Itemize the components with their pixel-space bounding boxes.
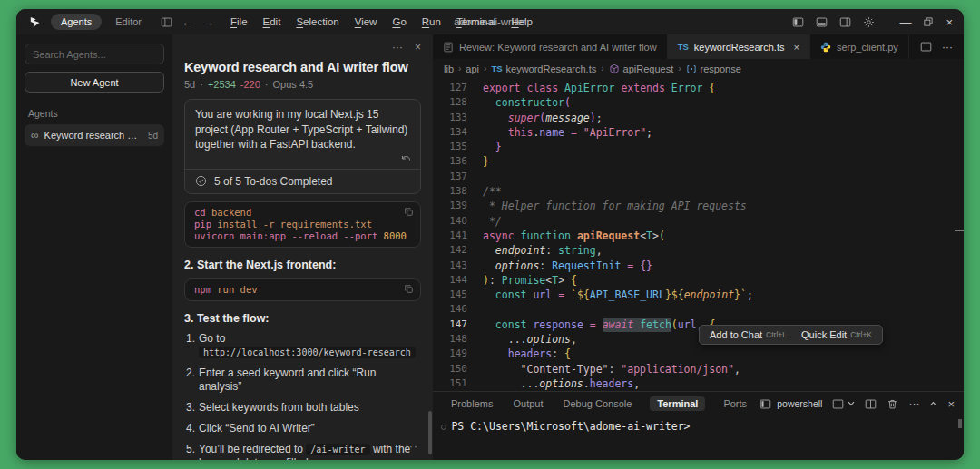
code-token: { (564, 347, 571, 361)
panel-tab-terminal[interactable]: Terminal (650, 396, 705, 411)
breadcrumb-item[interactable]: response (686, 64, 741, 74)
menu-terminal[interactable]: Terminal (456, 16, 495, 27)
panel-tab-problems[interactable]: Problems (449, 396, 495, 411)
menu-go[interactable]: Go (392, 16, 406, 27)
line-number: 134 (433, 125, 483, 140)
code-token: } (495, 140, 502, 154)
code-token: API_BASE_URL (590, 288, 665, 302)
copy-icon[interactable] (404, 207, 414, 217)
breadcrumb-label: keywordResearch.ts (506, 64, 597, 74)
panel-tab-ports[interactable]: Ports (721, 396, 749, 411)
inline-code: http://localhost:3000/keyword-research (199, 347, 416, 358)
line-number: 149 (433, 347, 483, 361)
agent-additions: +2534 (208, 79, 236, 90)
code-token: Error (671, 81, 703, 95)
list-item-text: Click “Send to AI Writer” (199, 422, 421, 435)
agent-model: Opus 4.5 (273, 79, 314, 90)
shell-name-label[interactable]: powershell (777, 398, 822, 409)
terminal-dropdown-chevron-icon[interactable] (848, 401, 855, 406)
split-terminal-icon[interactable] (865, 398, 877, 410)
panel-tab-debug-console[interactable]: Debug Console (562, 396, 634, 411)
tab-label: serp_client.py (837, 42, 898, 53)
agent-panel-close-icon[interactable]: × (415, 41, 421, 54)
copy-icon[interactable] (404, 284, 414, 294)
menu-edit[interactable]: Edit (263, 16, 281, 27)
settings-gear-icon[interactable] (863, 16, 875, 28)
terminal-more-actions-icon[interactable]: ··· (908, 397, 919, 410)
restore-button[interactable] (923, 16, 934, 27)
kill-terminal-trash-icon[interactable] (887, 398, 898, 410)
menu-view[interactable]: View (355, 16, 377, 27)
back-arrow[interactable]: ← (181, 15, 193, 29)
code-token: `${ (571, 288, 590, 302)
terminal-scrollbar[interactable] (958, 419, 962, 428)
editor-tab-keywordresearch-ts[interactable]: TSkeywordResearch.ts× (668, 34, 810, 59)
editor-tab-serp-client-py[interactable]: serp_client.py (810, 34, 909, 59)
toggle-panel-left-icon[interactable] (792, 16, 804, 28)
code-token: : (545, 243, 558, 258)
breadcrumb-label: lib (444, 64, 454, 74)
code-token: ) (590, 111, 596, 125)
breadcrumb-item[interactable]: apiRequest (609, 64, 674, 74)
panel-tab-output[interactable]: Output (511, 396, 544, 411)
overview-ruler-cursor-mark (955, 230, 964, 231)
search-agents-input[interactable] (24, 44, 164, 64)
selection-highlight: await fetch (603, 318, 671, 332)
breadcrumb-item[interactable]: api (466, 64, 479, 74)
terminal-shell-icon[interactable] (760, 398, 771, 410)
new-agent-button[interactable]: New Agent (24, 72, 164, 93)
tooltip-action-add-to-chat[interactable]: Add to ChatCtrl+L (710, 329, 787, 340)
breadcrumb-item[interactable]: TSkeywordResearch.ts (491, 64, 596, 74)
agent-panel-more-icon[interactable]: ··· (392, 41, 403, 54)
menu-help[interactable]: Help (511, 16, 533, 27)
list-item: 5.You’ll be redirected to /ai-writer wit… (186, 443, 421, 460)
close-tab-icon[interactable]: × (793, 42, 799, 53)
breadcrumb-item[interactable]: lib (444, 64, 454, 74)
agent-panel-scrollbar[interactable] (428, 411, 432, 454)
app-window: AgentsEditor ← → FileEditSelectionViewGo… (16, 9, 964, 460)
toggle-panel-bottom-icon[interactable] (816, 16, 828, 28)
code-token: async (483, 229, 514, 243)
list-item-text: Enter a seed keyword and click “Run anal… (199, 366, 421, 394)
inline-action-tooltip: Add to ChatCtrl+LQuick EditCtrl+K (699, 325, 883, 345)
code-token (571, 229, 577, 243)
shell-token: run dev (211, 284, 258, 295)
code-token: export (483, 81, 521, 95)
editor-tab-review-keyword-research-and-ai-writer-flow[interactable]: Review: Keyword research and AI writer f… (433, 34, 668, 59)
shell-token: install -r requirements.txt (211, 219, 372, 230)
revert-icon[interactable] (400, 153, 412, 165)
new-terminal-icon[interactable] (832, 398, 844, 410)
code-token: : (552, 347, 564, 361)
close-window-button[interactable]: × (946, 15, 953, 29)
mode-tab-agents[interactable]: Agents (51, 14, 102, 30)
minimize-button[interactable]: — (899, 15, 911, 29)
maximize-panel-chevron-icon[interactable] (929, 401, 937, 406)
layout-sidebar-icon[interactable] (161, 16, 172, 28)
code-token: = (627, 259, 633, 273)
code-token: ... (508, 332, 527, 347)
meta-separator: · (265, 79, 269, 90)
code-token (614, 81, 621, 95)
code-line: 137 (433, 170, 964, 184)
code-token: "ApiError" (583, 125, 646, 140)
menu-selection[interactable]: Selection (296, 16, 338, 27)
forward-arrow[interactable]: → (202, 15, 214, 29)
close-panel-icon[interactable]: × (947, 397, 955, 411)
editor-more-actions-icon[interactable]: ··· (942, 41, 953, 54)
split-editor-icon[interactable] (920, 41, 932, 53)
menu-run[interactable]: Run (422, 16, 441, 27)
tooltip-action-quick-edit[interactable]: Quick EditCtrl+K (801, 329, 872, 340)
code-editor[interactable]: 127export class ApiError extends Error {… (433, 78, 964, 391)
menu-file[interactable]: File (230, 16, 248, 27)
list-item: 1.Go to http://localhost:3000/keyword-re… (186, 332, 421, 359)
message-more-icon[interactable]: ··· (405, 440, 418, 453)
mode-tab-editor[interactable]: Editor (105, 14, 152, 30)
shell-code-line: cd backend (194, 207, 411, 219)
sidebar-agent-item[interactable]: ∞Keyword research and AI...5d (24, 124, 164, 146)
variable-icon (686, 64, 697, 74)
todos-row[interactable]: 5 of 5 To-dos Completed (185, 169, 420, 193)
terminal-content[interactable]: ○ PS C:\Users\Microsoft\adome-ai-writer> (433, 415, 964, 433)
code-line: 142 endpoint: string, (433, 243, 964, 258)
code-token (483, 362, 521, 376)
toggle-panel-right-icon[interactable] (839, 16, 851, 28)
